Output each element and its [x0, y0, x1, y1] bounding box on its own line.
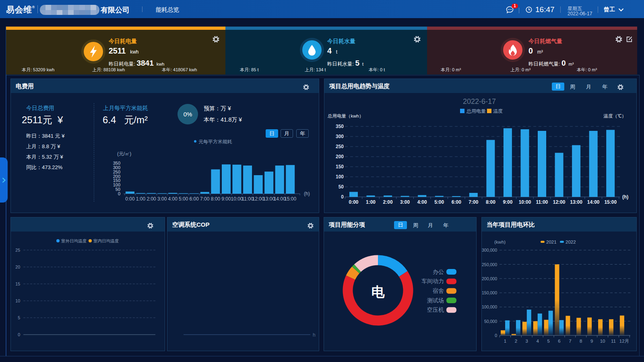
svg-text:2: 2 — [515, 339, 517, 343]
svg-text:5: 5 — [18, 315, 20, 320]
svg-text:温度: 温度 — [493, 108, 503, 114]
svg-text:300: 300 — [113, 165, 120, 170]
svg-text:3:00: 3:00 — [157, 196, 167, 202]
svg-text:11:00: 11:00 — [242, 196, 254, 202]
svg-text:测试场: 测试场 — [427, 297, 444, 304]
svg-text:9: 9 — [590, 339, 593, 343]
svg-text:0: 0 — [495, 333, 497, 338]
svg-text:8:00: 8:00 — [486, 199, 495, 205]
svg-text:3:00: 3:00 — [400, 199, 410, 205]
svg-text:车间动力: 车间动力 — [421, 278, 444, 284]
svg-text:2:00: 2:00 — [383, 199, 393, 205]
svg-text:0: 0 — [118, 191, 120, 196]
svg-text:(h): (h) — [622, 194, 628, 200]
svg-text:150: 150 — [336, 164, 344, 170]
svg-text:4: 4 — [536, 339, 539, 343]
svg-text:100: 100 — [113, 182, 120, 187]
svg-text:温度（℃）: 温度（℃） — [603, 114, 626, 118]
svg-text:办公: 办公 — [433, 269, 444, 275]
svg-text:4:00: 4:00 — [168, 196, 178, 202]
svg-text:1:00: 1:00 — [366, 199, 376, 205]
svg-text:1: 1 — [504, 339, 506, 343]
svg-text:h: h — [313, 332, 316, 338]
svg-text:6:00: 6:00 — [452, 199, 461, 205]
svg-text:350: 350 — [113, 161, 120, 165]
svg-text:9:00: 9:00 — [221, 196, 231, 202]
svg-text:10: 10 — [600, 339, 605, 343]
svg-text:0: 0 — [18, 332, 20, 337]
svg-text:7:00: 7:00 — [200, 196, 210, 202]
svg-text:6: 6 — [558, 339, 560, 343]
svg-text:总用电量: 总用电量 — [466, 108, 486, 114]
svg-text:15:00: 15:00 — [284, 196, 296, 202]
svg-text:300,000: 300,000 — [482, 248, 497, 252]
svg-text:(kwh): (kwh) — [494, 240, 506, 244]
svg-text:1:00: 1:00 — [136, 196, 146, 202]
svg-text:室外日均温度: 室外日均温度 — [61, 238, 87, 243]
svg-text:(h): (h) — [304, 191, 310, 197]
svg-text:13:00: 13:00 — [570, 199, 582, 205]
svg-text:250,000: 250,000 — [482, 262, 497, 267]
svg-text:200,000: 200,000 — [482, 276, 497, 281]
svg-text:0: 0 — [341, 194, 344, 200]
svg-text:12:00: 12:00 — [553, 199, 566, 205]
svg-text:6:00: 6:00 — [190, 196, 199, 202]
svg-text:12月: 12月 — [619, 339, 629, 343]
svg-text:11: 11 — [611, 339, 616, 343]
svg-text:7:00: 7:00 — [469, 199, 478, 205]
svg-text:0:00: 0:00 — [349, 199, 358, 205]
svg-text:(元/㎡): (元/㎡) — [117, 151, 131, 157]
svg-text:250: 250 — [113, 170, 120, 174]
svg-text:5:00: 5:00 — [434, 199, 444, 205]
svg-text:0:00: 0:00 — [125, 196, 135, 202]
svg-text:100: 100 — [336, 174, 344, 180]
svg-text:2022-6-17: 2022-6-17 — [463, 97, 496, 105]
svg-text:50: 50 — [116, 187, 120, 192]
svg-text:15:00: 15:00 — [604, 199, 617, 205]
svg-text:14:00: 14:00 — [587, 199, 600, 205]
svg-text:100,000: 100,000 — [482, 304, 497, 309]
svg-text:50: 50 — [339, 184, 344, 190]
svg-text:总用电量（kwh）: 总用电量（kwh） — [327, 114, 363, 118]
svg-text:11:00: 11:00 — [536, 199, 548, 205]
svg-text:200: 200 — [113, 174, 120, 179]
svg-text:200: 200 — [336, 154, 344, 159]
svg-text:10: 10 — [15, 298, 20, 303]
svg-text:15: 15 — [15, 281, 20, 286]
svg-text:50,000: 50,000 — [484, 319, 497, 324]
svg-text:10:00: 10:00 — [231, 196, 243, 202]
svg-text:4:00: 4:00 — [417, 199, 427, 205]
svg-text:2021: 2021 — [546, 240, 557, 244]
svg-text:20: 20 — [15, 265, 20, 269]
svg-text:2:00: 2:00 — [147, 196, 156, 202]
svg-text:10:00: 10:00 — [519, 199, 531, 205]
svg-text:电: 电 — [372, 284, 385, 299]
svg-text:7: 7 — [569, 339, 571, 343]
svg-text:8:00: 8:00 — [211, 196, 221, 202]
svg-text:25: 25 — [15, 248, 20, 252]
svg-text:150: 150 — [113, 178, 120, 183]
svg-text:350: 350 — [336, 124, 344, 129]
svg-text:250: 250 — [336, 144, 344, 149]
svg-text:2022: 2022 — [566, 240, 576, 244]
svg-text:9:00: 9:00 — [503, 199, 512, 205]
svg-text:8: 8 — [580, 339, 582, 343]
svg-text:3: 3 — [526, 339, 528, 343]
svg-text:宿舍: 宿舍 — [433, 288, 444, 294]
svg-text:5: 5 — [547, 339, 549, 343]
svg-text:空压机: 空压机 — [427, 306, 444, 313]
svg-text:150,000: 150,000 — [482, 290, 497, 295]
svg-text:300: 300 — [336, 134, 344, 139]
svg-text:5:00: 5:00 — [179, 196, 188, 202]
svg-text:室内日均温度: 室内日均温度 — [93, 238, 119, 243]
